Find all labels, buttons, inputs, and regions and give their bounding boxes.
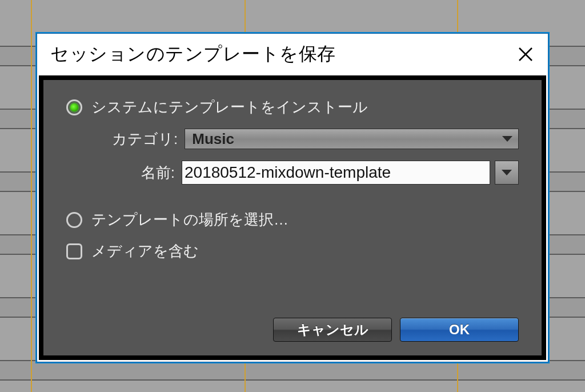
save-session-template-dialog: セッションのテンプレートを保存 システムにテンプレートをインストール カテゴリ:… <box>35 32 550 363</box>
radio-install-to-system-row[interactable]: システムにテンプレートをインストール <box>66 97 519 117</box>
name-label: 名前: <box>112 163 175 183</box>
close-button[interactable] <box>513 42 538 67</box>
name-history-button[interactable] <box>495 161 519 185</box>
dialog-titlebar: セッションのテンプレートを保存 <box>37 33 548 75</box>
category-label: カテゴリ: <box>112 129 178 149</box>
chevron-down-icon <box>502 136 512 142</box>
category-value: Music <box>192 130 234 148</box>
radio-install-to-system-label: システムにテンプレートをインストール <box>91 97 368 117</box>
name-input[interactable] <box>182 161 490 185</box>
dialog-title: セッションのテンプレートを保存 <box>50 42 507 67</box>
cancel-button-label: キャンセル <box>297 321 368 339</box>
radio-choose-location-row[interactable]: テンプレートの場所を選択… <box>66 210 519 230</box>
dialog-body: システムにテンプレートをインストール カテゴリ: Music 名前: <box>39 75 546 360</box>
chevron-down-icon <box>502 170 512 175</box>
category-row: カテゴリ: Music <box>66 129 519 149</box>
name-row: 名前: <box>66 161 519 185</box>
form-area: システムにテンプレートをインストール カテゴリ: Music 名前: <box>66 97 519 314</box>
checkbox-include-media[interactable] <box>66 243 82 259</box>
category-dropdown[interactable]: Music <box>185 129 519 149</box>
checkbox-include-media-row[interactable]: メディアを含む <box>66 241 519 261</box>
radio-install-to-system[interactable] <box>66 99 82 115</box>
cancel-button[interactable]: キャンセル <box>273 318 392 342</box>
radio-choose-location-label: テンプレートの場所を選択… <box>91 210 289 230</box>
ok-button[interactable]: OK <box>400 318 519 342</box>
ok-button-label: OK <box>449 322 470 338</box>
dialog-button-row: キャンセル OK <box>66 314 519 342</box>
close-icon <box>518 47 533 62</box>
checkbox-include-media-label: メディアを含む <box>91 241 199 261</box>
radio-choose-location[interactable] <box>66 212 82 228</box>
